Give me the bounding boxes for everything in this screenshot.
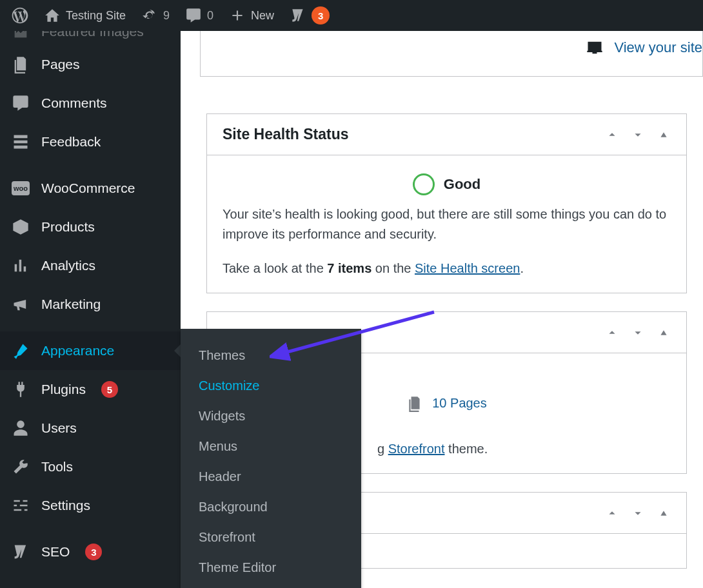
- updates-button[interactable]: 9: [134, 0, 177, 31]
- sidebar-label: Analytics: [41, 258, 95, 273]
- health-status: Good: [444, 173, 480, 195]
- sidebar-item-pages[interactable]: Pages: [0, 45, 181, 84]
- submenu-themes[interactable]: Themes: [181, 340, 361, 371]
- home-icon: [44, 7, 61, 24]
- health-ring-icon: [413, 173, 435, 195]
- sidebar-item-plugins[interactable]: Plugins 5: [0, 370, 181, 409]
- sidebar-label: Feedback: [41, 134, 101, 150]
- sidebar-label: WooCommerce: [41, 181, 135, 196]
- health-cta: Take a look at the 7 items on the Site H…: [223, 259, 671, 279]
- submenu-header[interactable]: Header: [181, 462, 361, 492]
- sidebar-item-marketing[interactable]: Marketing: [0, 285, 181, 324]
- monitor-icon: [586, 39, 604, 57]
- sliders-icon: [12, 496, 30, 514]
- sidebar-label: Pages: [41, 57, 80, 72]
- comments-button[interactable]: 0: [177, 0, 221, 31]
- new-content-button[interactable]: New: [221, 0, 282, 31]
- sidebar-item-appearance[interactable]: Appearance: [0, 331, 181, 370]
- sidebar-label: Marketing: [41, 297, 101, 312]
- yoast-icon: [290, 7, 306, 24]
- wp-logo-button[interactable]: [0, 0, 36, 31]
- pages-count-link[interactable]: 10 Pages: [432, 393, 487, 413]
- yoast-icon: [12, 543, 30, 561]
- sidebar-label: Settings: [41, 498, 90, 513]
- new-label: New: [251, 9, 274, 23]
- comment-icon: [185, 7, 202, 24]
- refresh-icon: [141, 7, 158, 24]
- health-description: Your site’s health is looking good, but …: [223, 204, 671, 244]
- sidebar-label: Appearance: [41, 343, 114, 358]
- yoast-count: 3: [312, 6, 330, 24]
- chart-icon: [12, 257, 30, 275]
- admin-sidebar: Featured Images Pages Comments Feedback …: [0, 31, 181, 588]
- sidebar-item-seo[interactable]: SEO 3: [0, 533, 181, 571]
- sidebar-label: Comments: [41, 95, 107, 111]
- sidebar-label: Plugins: [41, 382, 86, 397]
- chevron-down-icon[interactable]: [631, 128, 645, 142]
- submenu-customize[interactable]: Customize: [181, 371, 361, 401]
- triangle-up-icon[interactable]: [657, 506, 671, 520]
- comments-count: 0: [207, 9, 213, 23]
- welcome-panel-stub: View your site: [200, 31, 703, 77]
- sidebar-label: Users: [41, 420, 77, 436]
- user-icon: [12, 419, 30, 437]
- updates-count: 9: [163, 9, 170, 23]
- sidebar-item-products[interactable]: Products: [0, 208, 181, 246]
- triangle-up-icon[interactable]: [657, 326, 671, 340]
- sidebar-item-users[interactable]: Users: [0, 409, 181, 447]
- pages-icon: [12, 55, 30, 74]
- sidebar-label: Products: [41, 219, 95, 235]
- megaphone-icon: [12, 295, 30, 313]
- plug-icon: [12, 380, 30, 398]
- admin-toolbar: Testing Site 9 0 New 3: [0, 0, 703, 31]
- site-name: Testing Site: [66, 9, 126, 23]
- sidebar-item-settings[interactable]: Settings: [0, 486, 181, 525]
- sidebar-item-comments[interactable]: Comments: [0, 84, 181, 122]
- wordpress-icon: [12, 7, 28, 24]
- site-health-link[interactable]: Site Health screen: [415, 261, 520, 275]
- plugins-count-badge: 5: [101, 381, 118, 398]
- submenu-storefront[interactable]: Storefront: [181, 522, 361, 553]
- sidebar-label: SEO: [41, 544, 70, 560]
- sidebar-separator: [0, 324, 181, 331]
- panel-header[interactable]: Site Health Status: [207, 114, 686, 155]
- theme-link[interactable]: Storefront: [388, 442, 445, 456]
- plus-icon: [229, 7, 246, 24]
- panel-body: Good Your site’s health is looking good,…: [207, 155, 686, 293]
- appearance-submenu: Themes Customize Widgets Menus Header Ba…: [181, 329, 361, 588]
- pages-icon: [406, 395, 423, 412]
- chevron-down-icon[interactable]: [631, 506, 645, 520]
- view-site-link[interactable]: View your site: [614, 39, 702, 56]
- box-icon: [12, 218, 30, 236]
- sidebar-item-tools[interactable]: Tools: [0, 447, 181, 486]
- seo-count-badge: 3: [85, 544, 102, 560]
- brush-icon: [12, 342, 30, 360]
- chevron-up-icon[interactable]: [605, 128, 619, 142]
- wrench-icon: [12, 458, 30, 476]
- submenu-menus[interactable]: Menus: [181, 431, 361, 462]
- submenu-theme-editor[interactable]: Theme Editor: [181, 553, 361, 583]
- sidebar-separator: [0, 161, 181, 169]
- sidebar-item-feedback[interactable]: Feedback: [0, 122, 181, 161]
- triangle-up-icon[interactable]: [657, 128, 671, 142]
- sidebar-label: Tools: [41, 459, 73, 475]
- comment-icon: [12, 94, 30, 112]
- sidebar-item-analytics[interactable]: Analytics: [0, 246, 181, 285]
- submenu-widgets[interactable]: Widgets: [181, 401, 361, 431]
- panel-title: Site Health Status: [223, 126, 349, 143]
- form-icon: [12, 133, 30, 151]
- chevron-up-icon[interactable]: [605, 506, 619, 520]
- submenu-background[interactable]: Background: [181, 492, 361, 522]
- woocommerce-icon: woo: [12, 179, 30, 197]
- chevron-down-icon[interactable]: [631, 326, 645, 340]
- sidebar-separator: [0, 525, 181, 533]
- site-health-panel: Site Health Status Good Your site’s heal…: [206, 113, 687, 293]
- site-home-button[interactable]: Testing Site: [36, 0, 134, 31]
- yoast-button[interactable]: 3: [282, 0, 337, 31]
- chevron-up-icon[interactable]: [605, 326, 619, 340]
- sidebar-item-woocommerce[interactable]: woo WooCommerce: [0, 169, 181, 208]
